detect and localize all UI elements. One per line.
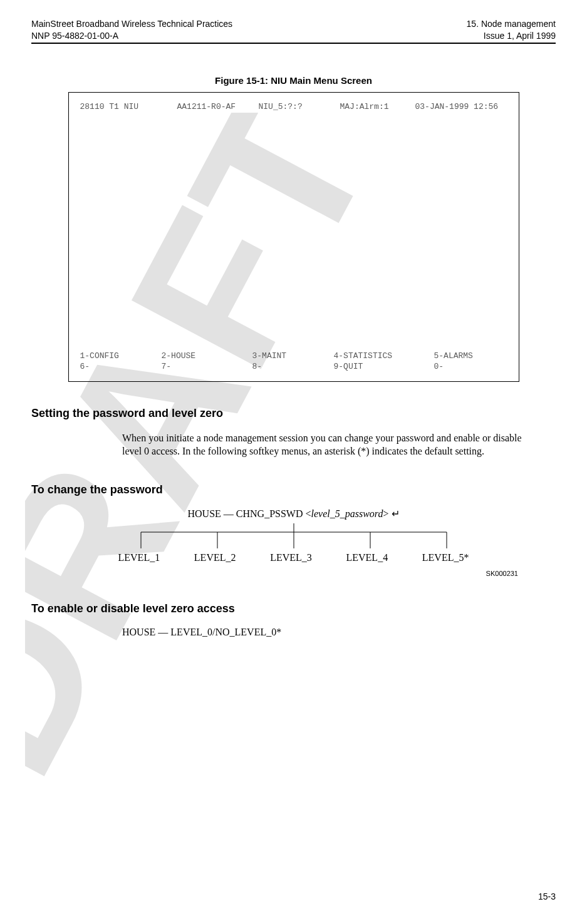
term-device: 28110 T1 NIU xyxy=(80,101,177,113)
softkey-1: 1-CONFIG xyxy=(80,351,162,362)
figure-caption: Figure 15-1: NIU Main Menu Screen xyxy=(31,75,556,86)
section-level-zero-access: To enable or disable level zero access xyxy=(31,602,556,615)
tree-level-labels: LEVEL_1 LEVEL_2 LEVEL_3 LEVEL_4 LEVEL_5* xyxy=(118,552,469,563)
terminal-screen: 28110 T1 NIU AA1211-R0-AF NIU_5:?:? MAJ:… xyxy=(68,92,519,382)
section1-paragraph: When you initiate a node management sess… xyxy=(122,431,543,458)
header-left-top: MainStreet Broadband Wireless Technical … xyxy=(31,19,232,29)
softkey-9: 9-QUIT xyxy=(334,361,434,372)
level-5-label: LEVEL_5* xyxy=(422,552,469,563)
section-change-password: To change the password xyxy=(31,483,556,496)
change-password-command: HOUSE — CHNG_PSSWD <level_5_password> ↵ xyxy=(31,508,556,520)
softkey-5: 5-ALARMS xyxy=(434,351,473,362)
header-right-bot: Issue 1, April 1999 xyxy=(484,31,556,41)
cmd-suffix: > ↵ xyxy=(383,508,399,519)
level-4-label: LEVEL_4 xyxy=(346,552,388,563)
terminal-blank-area xyxy=(80,113,507,351)
page-header-row1: MainStreet Broadband Wireless Technical … xyxy=(31,19,556,31)
term-version: AA1211-R0-AF xyxy=(177,101,259,113)
softkey-0: 0- xyxy=(434,361,444,372)
page-number: 15-3 xyxy=(538,891,556,901)
header-rule xyxy=(31,43,556,44)
level-zero-command: HOUSE — LEVEL_0/NO_LEVEL_0* xyxy=(122,627,556,638)
softkey-6: 6- xyxy=(80,361,162,372)
level-2-label: LEVEL_2 xyxy=(194,552,236,563)
terminal-softkey-row1: 1-CONFIG 2-HOUSE 3-MAINT 4-STATISTICS 5-… xyxy=(80,351,507,362)
softkey-2: 2-HOUSE xyxy=(162,351,252,362)
softkey-3: 3-MAINT xyxy=(252,351,334,362)
sk-reference: SK000231 xyxy=(31,570,518,577)
header-right-top: 15. Node management xyxy=(467,19,556,29)
softkey-4: 4-STATISTICS xyxy=(334,351,434,362)
terminal-softkey-row2: 6- 7- 8- 9-QUIT 0- xyxy=(80,361,507,372)
section-password-level-zero: Setting the password and level zero xyxy=(31,407,556,420)
level-3-label: LEVEL_3 xyxy=(270,552,312,563)
terminal-status-line: 28110 T1 NIU AA1211-R0-AF NIU_5:?:? MAJ:… xyxy=(80,101,507,113)
cmd-arg-italic: level_5_password xyxy=(311,508,383,519)
level-1-label: LEVEL_1 xyxy=(118,552,160,563)
softkey-8: 8- xyxy=(252,361,334,372)
cmd-prefix: HOUSE — CHNG_PSSWD < xyxy=(187,508,311,519)
term-datetime: 03-JAN-1999 12:56 xyxy=(415,101,499,113)
tree-connector-svg xyxy=(118,523,469,550)
page-header-row2: NNP 95-4882-01-00-A Issue 1, April 1999 xyxy=(31,31,556,43)
header-left-bot: NNP 95-4882-01-00-A xyxy=(31,31,118,41)
softkey-7: 7- xyxy=(162,361,252,372)
level-tree-diagram: LEVEL_1 LEVEL_2 LEVEL_3 LEVEL_4 LEVEL_5* xyxy=(118,523,469,563)
term-niu: NIU_5:?:? xyxy=(259,101,340,113)
term-alarm: MAJ:Alrm:1 xyxy=(340,101,415,113)
